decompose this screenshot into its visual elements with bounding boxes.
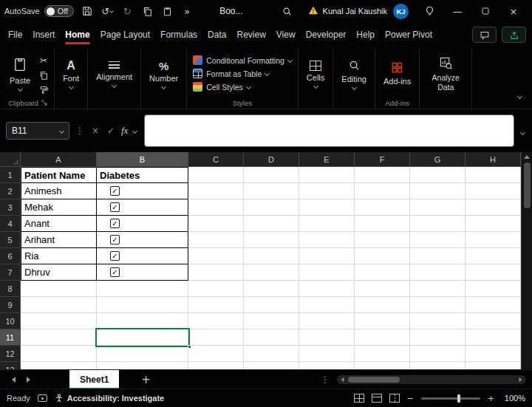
row-header-4[interactable]: 4 [0, 216, 21, 232]
comments-button[interactable] [472, 27, 497, 43]
cell-A9[interactable] [21, 297, 97, 313]
cell-D3[interactable] [244, 199, 299, 216]
cell-E7[interactable] [299, 264, 355, 281]
macro-record-icon[interactable] [38, 394, 47, 402]
cell-F10[interactable] [355, 313, 410, 329]
cell-D1[interactable] [244, 167, 299, 183]
checkbox-checked[interactable]: ✓ [110, 251, 120, 261]
vertical-scroll-thumb[interactable] [524, 163, 531, 208]
zoom-slider[interactable] [421, 397, 480, 400]
cell-B7[interactable]: ✓ [97, 264, 188, 281]
cell-H12[interactable] [466, 346, 521, 362]
cell-B10[interactable] [97, 313, 188, 329]
redo-icon[interactable]: ↻ [120, 6, 134, 17]
cell-E6[interactable] [299, 248, 355, 264]
analyze-data-button[interactable]: Analyze Data [423, 50, 468, 98]
cell-E2[interactable] [299, 183, 355, 199]
column-header-C[interactable]: C [188, 152, 244, 167]
cell-G1[interactable] [410, 167, 466, 183]
row-header-9[interactable]: 9 [0, 297, 21, 313]
zoom-percent[interactable]: 100% [502, 394, 525, 403]
cell-G5[interactable] [410, 232, 466, 248]
cell-A1[interactable]: Patient Name [21, 167, 97, 183]
sheetbar-more-icon[interactable]: ⋮ [321, 374, 330, 385]
autosave-toggle[interactable]: AutoSave Off [4, 5, 74, 17]
row-header-1[interactable]: 1 [0, 167, 21, 183]
cell-C3[interactable] [188, 199, 244, 216]
menu-tab-formulas[interactable]: Formulas [155, 22, 202, 47]
sheet-nav-left-icon[interactable] [6, 377, 21, 383]
scroll-up-arrow-icon[interactable] [524, 155, 530, 159]
cell-C13[interactable] [188, 362, 244, 369]
cell-D2[interactable] [244, 183, 299, 199]
cell-E4[interactable] [299, 216, 355, 232]
zoom-out-button[interactable]: − [407, 394, 414, 403]
cell-B1[interactable]: Diabetes [97, 167, 188, 183]
cell-C1[interactable] [188, 167, 244, 183]
search-icon[interactable] [281, 7, 294, 16]
cell-H13[interactable] [466, 362, 521, 369]
cell-C11[interactable] [188, 329, 244, 346]
cell-C9[interactable] [188, 297, 244, 313]
cell-H3[interactable] [466, 199, 521, 216]
row-header-6[interactable]: 6 [0, 248, 21, 264]
dialog-launcher-icon[interactable] [41, 99, 47, 107]
cell-H8[interactable] [466, 281, 521, 297]
cell-A6[interactable]: Ria [21, 248, 97, 264]
cell-F7[interactable] [355, 264, 410, 281]
cell-C8[interactable] [188, 281, 244, 297]
cell-B9[interactable] [97, 297, 188, 313]
cell-H11[interactable] [466, 329, 521, 346]
cell-C7[interactable] [188, 264, 244, 281]
column-header-D[interactable]: D [244, 152, 299, 167]
share-button[interactable] [502, 27, 526, 43]
menu-tab-home[interactable]: Home [60, 22, 95, 47]
cell-F4[interactable] [355, 216, 410, 232]
document-title[interactable]: Boo... [219, 6, 242, 16]
column-header-F[interactable]: F [355, 152, 410, 167]
cell-D5[interactable] [244, 232, 299, 248]
checkbox-checked[interactable]: ✓ [110, 219, 120, 228]
cell-D4[interactable] [244, 216, 299, 232]
checkbox-checked[interactable]: ✓ [110, 267, 120, 277]
horizontal-scroll-thumb[interactable] [348, 377, 400, 383]
cell-G2[interactable] [410, 183, 466, 199]
cell-F12[interactable] [355, 346, 410, 362]
copy-icon[interactable] [37, 69, 50, 81]
cell-E13[interactable] [299, 362, 355, 369]
cell-G13[interactable] [410, 362, 466, 369]
checkbox-checked[interactable]: ✓ [110, 186, 120, 196]
cell-F9[interactable] [355, 297, 410, 313]
addins-button[interactable]: Add-ins [379, 50, 415, 97]
cell-G12[interactable] [410, 346, 466, 362]
column-header-B[interactable]: B [97, 152, 188, 167]
cell-F5[interactable] [355, 232, 410, 248]
cell-B4[interactable]: ✓ [97, 216, 188, 232]
cell-A5[interactable]: Arihant [21, 232, 97, 248]
editing-button[interactable]: Editing [337, 50, 371, 98]
menu-tab-page-layout[interactable]: Page Layout [95, 22, 155, 47]
checkbox-checked[interactable]: ✓ [110, 202, 120, 212]
cell-F6[interactable] [355, 248, 410, 264]
lightbulb-icon[interactable] [415, 0, 443, 22]
insert-function-button[interactable]: fx [121, 125, 128, 137]
sheet-nav-right-icon[interactable] [21, 377, 35, 383]
number-button[interactable]: % Number [145, 50, 183, 98]
cell-H4[interactable] [466, 216, 521, 232]
row-header-2[interactable]: 2 [0, 183, 21, 199]
menu-tab-insert[interactable]: Insert [27, 22, 60, 47]
cell-E3[interactable] [299, 199, 355, 216]
cell-A13[interactable] [21, 362, 97, 369]
format-as-table-button[interactable]: Format as Table [191, 68, 294, 79]
cell-B11[interactable] [97, 329, 188, 346]
cell-E8[interactable] [299, 281, 355, 297]
horizontal-scrollbar[interactable] [337, 375, 526, 384]
alignment-button[interactable]: Alignment [92, 50, 137, 98]
cell-C10[interactable] [188, 313, 244, 329]
avatar[interactable]: KJ [393, 4, 409, 19]
account-info[interactable]: Kunal Jai Kaushik KJ [308, 4, 409, 19]
scroll-right-arrow-icon[interactable] [519, 377, 522, 381]
cell-E9[interactable] [299, 297, 355, 313]
cell-A7[interactable]: Dhruv [21, 264, 97, 281]
paste-button[interactable]: Paste [5, 50, 35, 97]
